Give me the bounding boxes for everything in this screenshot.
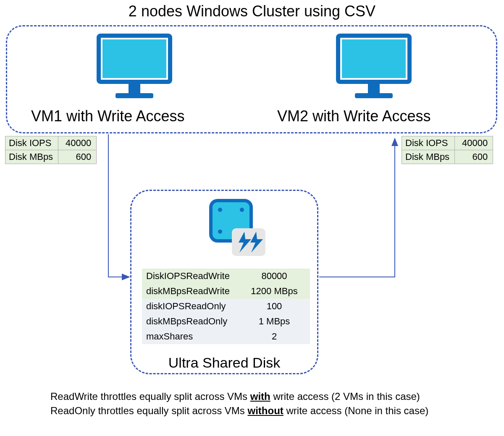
disk-r2-key: diskMBpsReadWrite (142, 284, 239, 299)
vm2-mbps-label: Disk MBps (402, 150, 455, 164)
vm2-label: VM2 with Write Access (277, 107, 430, 125)
disk-r1-key: DiskIOPSReadWrite (142, 269, 239, 284)
disk-r3-val: 100 (239, 299, 310, 314)
svg-point-9 (218, 208, 222, 212)
disk-r3-key: diskIOPSReadOnly (142, 299, 239, 314)
vm1-iops-label: Disk IOPS (5, 136, 58, 150)
disk-r1-val: 80000 (239, 269, 310, 284)
vm1-mbps-value: 600 (58, 150, 97, 164)
svg-point-10 (240, 208, 244, 212)
disk-r2-val: 1200 MBps (239, 284, 310, 299)
footer-line2: ReadOnly throttles equally split across … (50, 404, 462, 418)
vm2-iops-value: 40000 (455, 136, 493, 150)
vm1-spec-table: Disk IOPS 40000 Disk MBps 600 (5, 136, 97, 164)
svg-rect-13 (232, 228, 265, 256)
disk-r5-val: 2 (239, 329, 310, 344)
ultra-disk-icon (206, 199, 269, 262)
disk-r5-key: maxShares (142, 329, 239, 344)
footer-line1: ReadWrite throttles equally split across… (50, 389, 462, 404)
vm1-label: VM1 with Write Access (31, 107, 184, 125)
disk-spec-table: DiskIOPSReadWrite 80000 diskMBpsReadWrit… (142, 269, 310, 344)
vm1-mbps-label: Disk MBps (5, 150, 58, 164)
svg-rect-7 (355, 93, 393, 98)
svg-rect-6 (368, 84, 380, 93)
diagram-canvas: 2 nodes Windows Cluster using CSV VM1 wi… (0, 0, 504, 436)
diagram-title: 2 nodes Windows Cluster using CSV (0, 3, 504, 20)
vm1-iops-value: 40000 (58, 136, 97, 150)
computer-monitor-icon (336, 34, 412, 102)
disk-title: Ultra Shared Disk (130, 355, 318, 371)
svg-rect-3 (116, 93, 153, 98)
svg-rect-1 (102, 39, 166, 78)
vm2-mbps-value: 600 (455, 150, 493, 164)
computer-monitor-icon (97, 34, 172, 102)
svg-rect-2 (129, 84, 140, 93)
svg-point-11 (218, 230, 222, 234)
footer-note: ReadWrite throttles equally split across… (50, 389, 462, 418)
disk-r4-key: diskMBpsReadOnly (142, 314, 239, 329)
svg-rect-5 (342, 39, 406, 78)
vm2-iops-label: Disk IOPS (402, 136, 455, 150)
disk-r4-val: 1 MBps (239, 314, 310, 329)
vm2-spec-table: Disk IOPS 40000 Disk MBps 600 (402, 136, 493, 164)
